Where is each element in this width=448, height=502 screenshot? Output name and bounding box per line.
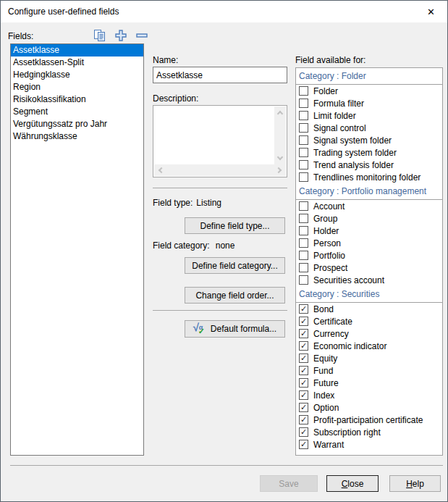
checkbox-label: Equity bbox=[313, 354, 337, 364]
checkbox-label: Trendlines monitoring folder bbox=[313, 172, 420, 183]
fields-toolbar bbox=[92, 28, 150, 43]
checkbox-checked-icon[interactable]: ✓ bbox=[299, 390, 308, 400]
scroll-right-icon[interactable] bbox=[276, 167, 282, 173]
checkbox-row[interactable]: ✓Index bbox=[296, 389, 442, 401]
list-item[interactable]: Risikoklassifikation bbox=[11, 93, 143, 106]
checkbox-unchecked-icon[interactable] bbox=[299, 263, 308, 272]
define-field-type-button[interactable]: Define field type... bbox=[185, 217, 285, 234]
checkbox-row[interactable]: Group bbox=[296, 212, 442, 225]
checkbox-unchecked-icon[interactable] bbox=[299, 111, 308, 120]
checkbox-checked-icon[interactable]: ✓ bbox=[299, 378, 308, 388]
checkbox-unchecked-icon[interactable] bbox=[299, 275, 308, 285]
field-type-value: Listing bbox=[196, 198, 221, 208]
vertical-scrollbar[interactable] bbox=[274, 106, 286, 164]
checkbox-checked-icon[interactable]: ✓ bbox=[299, 415, 308, 424]
checkbox-unchecked-icon[interactable] bbox=[299, 172, 308, 182]
checkbox-label: Account bbox=[313, 201, 345, 212]
checkbox-row[interactable]: Account bbox=[296, 200, 442, 212]
checkbox-checked-icon[interactable]: ✓ bbox=[299, 304, 308, 314]
checkbox-unchecked-icon[interactable] bbox=[299, 148, 308, 157]
checkbox-row[interactable]: Folder bbox=[296, 85, 442, 97]
checkbox-row[interactable]: Formula filter bbox=[296, 97, 442, 109]
name-input[interactable] bbox=[153, 67, 287, 83]
checkbox-checked-icon[interactable]: ✓ bbox=[299, 341, 308, 351]
list-item[interactable]: Vergütungssatz pro Jahr bbox=[11, 118, 143, 130]
checkbox-unchecked-icon[interactable] bbox=[299, 251, 308, 260]
copy-field-button[interactable] bbox=[92, 28, 108, 43]
help-button[interactable]: Help bbox=[389, 475, 441, 492]
checkbox-row[interactable]: Securities account bbox=[296, 274, 442, 286]
description-textarea[interactable] bbox=[153, 105, 287, 177]
list-item[interactable]: Währungsklasse bbox=[11, 130, 143, 143]
checkbox-checked-icon[interactable]: ✓ bbox=[299, 403, 308, 412]
checkbox-label: Subscription right bbox=[313, 427, 381, 438]
checkbox-row[interactable]: Trading system folder bbox=[296, 146, 442, 159]
checkbox-checked-icon[interactable]: ✓ bbox=[299, 427, 308, 437]
remove-field-button[interactable] bbox=[134, 28, 150, 43]
checkbox-row[interactable]: Prospect bbox=[296, 262, 442, 274]
list-item[interactable]: Hedgingklasse bbox=[11, 69, 143, 81]
default-formula-button[interactable]: √α✓ Default formula... bbox=[185, 320, 285, 338]
add-field-button[interactable] bbox=[113, 28, 129, 43]
checkbox-row[interactable]: ✓Warrant bbox=[296, 438, 442, 451]
checkbox-row[interactable]: Signal control bbox=[296, 122, 442, 134]
name-label: Name: bbox=[153, 55, 178, 65]
checkbox-row[interactable]: ✓Economic indicator bbox=[296, 340, 442, 352]
list-item[interactable]: Segment bbox=[11, 106, 143, 118]
checkbox-row[interactable]: ✓Option bbox=[296, 401, 442, 414]
checkbox-row[interactable]: ✓Future bbox=[296, 377, 442, 389]
change-field-order-button[interactable]: Change field order... bbox=[185, 287, 285, 304]
checkbox-label: Currency bbox=[313, 329, 349, 339]
close-button[interactable]: Close bbox=[326, 475, 379, 492]
checkbox-unchecked-icon[interactable] bbox=[299, 86, 308, 96]
checkbox-row[interactable]: Trend analysis folder bbox=[296, 159, 442, 171]
checkbox-row[interactable]: Signal system folder bbox=[296, 134, 442, 146]
horizontal-scrollbar[interactable] bbox=[154, 164, 286, 176]
checkbox-unchecked-icon[interactable] bbox=[299, 201, 308, 211]
field-available-for-label: Field available for: bbox=[295, 55, 365, 65]
checkbox-checked-icon[interactable]: ✓ bbox=[299, 354, 308, 363]
list-item[interactable]: Assetklassen-Split bbox=[11, 57, 143, 69]
checkbox-row[interactable]: ✓Bond bbox=[296, 303, 442, 315]
checkbox-unchecked-icon[interactable] bbox=[299, 99, 308, 108]
checkbox-row[interactable]: ✓Fund bbox=[296, 364, 442, 377]
define-field-category-button[interactable]: Define field category... bbox=[185, 257, 285, 274]
checkbox-checked-icon[interactable]: ✓ bbox=[299, 366, 308, 375]
help-label: Help bbox=[406, 479, 424, 489]
save-button[interactable]: Save bbox=[260, 475, 318, 492]
checkbox-label: Profit-participation certificate bbox=[313, 415, 423, 425]
checkbox-row[interactable]: Portfolio bbox=[296, 249, 442, 262]
checkbox-unchecked-icon[interactable] bbox=[299, 160, 308, 170]
checkbox-checked-icon[interactable]: ✓ bbox=[299, 317, 308, 326]
checkbox-unchecked-icon[interactable] bbox=[299, 135, 308, 145]
field-type-label: Field type: bbox=[153, 198, 193, 208]
list-item[interactable]: Region bbox=[11, 81, 143, 93]
checkbox-row[interactable]: ✓Subscription right bbox=[296, 426, 442, 438]
checkbox-unchecked-icon[interactable] bbox=[299, 226, 308, 235]
checkbox-checked-icon[interactable]: ✓ bbox=[299, 329, 308, 338]
checkbox-row[interactable]: Limit folder bbox=[296, 109, 442, 122]
separator bbox=[10, 465, 443, 466]
list-item[interactable]: Assetklasse bbox=[11, 44, 143, 57]
checkbox-row[interactable]: ✓Certificate bbox=[296, 315, 442, 327]
checkbox-row[interactable]: Holder bbox=[296, 225, 442, 237]
close-icon[interactable]: ✕ bbox=[415, 1, 447, 22]
checkbox-row[interactable]: Trendlines monitoring folder bbox=[296, 171, 442, 183]
checkbox-row[interactable]: ✓Equity bbox=[296, 352, 442, 364]
field-type-row: Field type:Listing bbox=[153, 198, 221, 208]
checkbox-unchecked-icon[interactable] bbox=[299, 238, 308, 248]
scroll-down-icon[interactable] bbox=[277, 154, 283, 160]
checkbox-unchecked-icon[interactable] bbox=[299, 214, 308, 223]
fields-listbox[interactable]: AssetklasseAssetklassen-SplitHedgingklas… bbox=[10, 43, 144, 456]
scroll-left-icon[interactable] bbox=[159, 167, 164, 173]
formula-icon: √α✓ bbox=[193, 324, 206, 335]
checkbox-row[interactable]: Person bbox=[296, 237, 442, 249]
availability-panel[interactable]: Category : FolderFolderFormula filterLim… bbox=[295, 67, 443, 456]
checkbox-unchecked-icon[interactable] bbox=[299, 123, 308, 133]
checkbox-checked-icon[interactable]: ✓ bbox=[299, 440, 308, 449]
checkbox-label: Option bbox=[313, 403, 339, 413]
checkbox-row[interactable]: ✓Profit-participation certificate bbox=[296, 414, 442, 426]
checkbox-row[interactable]: ✓Currency bbox=[296, 327, 442, 340]
scroll-up-icon[interactable] bbox=[277, 111, 283, 117]
category-header: Category : Securities bbox=[296, 286, 442, 303]
